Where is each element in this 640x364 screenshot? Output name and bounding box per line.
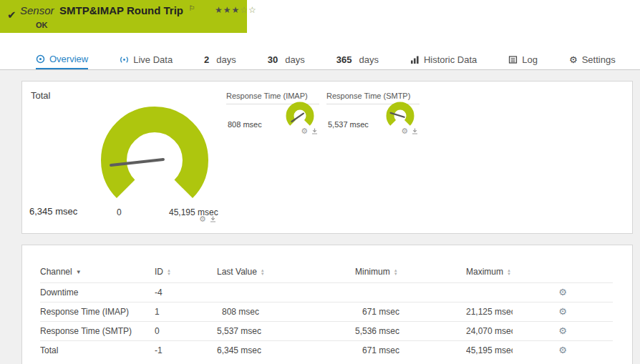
spacer [269,282,355,302]
prtg-sensor-page: ✔ Sensor SMTP&IMAP Round Trip ⚐ ★★★☆☆ OK… [0,0,640,364]
channel-last-value [217,282,269,302]
spacer [402,340,466,360]
channel-maximum: 21,125 msec [466,302,513,321]
sensor-status-band: ✔ Sensor SMTP&IMAP Round Trip ⚐ ★★★☆☆ OK [0,0,247,33]
sensor-type-label: Sensor [20,4,54,16]
spacer [269,302,355,321]
column-label: Channel [40,267,72,277]
tab-label: Historic Data [424,54,477,65]
spacer [402,261,466,282]
channel-actions: ⚙ [513,302,613,321]
total-gauge [94,99,215,221]
column-header-id[interactable]: ID▲▼ [155,261,217,282]
table-header-row: Channel▼ ID▲▼ Last Value▲▼ Minimum▲▼ [40,261,613,282]
status-check-icon: ✔ [7,9,16,21]
channel-settings-icon[interactable]: ⚙ [558,287,567,297]
settings-gear-icon: ⚙ [569,55,578,64]
column-label: Maximum [466,267,503,277]
channel-maximum: 45,195 msec [466,340,513,360]
channel-minimum [355,282,402,302]
tab-number: 2 [204,54,209,65]
smtp-gauge-value: 5,537 msec [328,120,369,129]
spacer [269,340,355,360]
overview-icon [36,54,45,64]
download-icon[interactable] [412,128,418,134]
total-gauge-actions: ⚙ [199,215,216,223]
gear-icon[interactable]: ⚙ [301,127,308,135]
historic-data-icon [410,55,420,64]
column-header-last-value[interactable]: Last Value▲▼ [217,261,269,282]
tab-number: 365 [336,54,352,65]
tab-label: days [285,54,304,65]
sort-desc-icon[interactable]: ▼ [76,269,82,275]
column-label: Last Value [217,267,257,277]
imap-gauge-value: 808 msec [228,120,262,129]
column-label: Minimum [355,267,390,277]
channel-actions: ⚙ [513,282,613,302]
channel-settings-icon[interactable]: ⚙ [558,306,567,317]
spacer [402,302,466,321]
live-data-icon [120,55,129,64]
download-icon[interactable] [210,216,216,222]
imap-gauge-actions: ⚙ [301,127,318,135]
channel-last-value: 5,537 msec [217,321,269,340]
column-header-channel[interactable]: Channel▼ [40,261,155,282]
sort-icon[interactable]: ▲▼ [261,269,265,276]
channel-name: Total [40,340,155,360]
channel-actions: ⚙ [513,340,613,360]
stars-filled: ★★★ [215,5,240,15]
tab-label: days [216,54,236,65]
sensor-status-text: OK [36,21,48,29]
column-header-actions [513,261,613,282]
channel-last-value: 808 msec [217,302,269,321]
download-icon[interactable] [311,128,318,134]
log-icon [508,55,518,64]
gear-icon[interactable]: ⚙ [199,215,206,223]
tab-label: Settings [582,54,616,65]
sensor-name: SMTP&IMAP Round Trip [59,4,183,16]
table-row: Total -1 6,345 msec 671 msec 45,195 msec… [40,340,613,360]
tab-2-days[interactable]: 2 days [204,50,236,69]
sort-icon[interactable]: ▲▼ [167,269,171,276]
channel-minimum: 671 msec [355,302,402,321]
tab-label: Log [522,54,538,65]
flag-icon[interactable]: ⚐ [189,4,195,12]
table-row: Response Time (IMAP) 1 808 msec 671 msec… [40,302,613,321]
column-header-maximum[interactable]: Maximum▲▼ [466,261,513,282]
tab-30-days[interactable]: 30 days [268,50,305,69]
column-label: ID [155,267,163,277]
channel-name: Response Time (IMAP) [40,302,155,321]
sensor-header: ✔ Sensor SMTP&IMAP Round Trip ⚐ ★★★☆☆ OK [0,0,640,50]
spacer [269,321,355,340]
gauges-panel: Total 6,345 msec 0 45,195 msec ⚙ Respons… [21,81,633,234]
tab-number: 30 [268,54,278,65]
table-row: Response Time (SMTP) 0 5,537 msec 5,536 … [40,321,613,340]
tab-log[interactable]: Log [508,50,538,69]
sort-icon[interactable]: ▲▼ [507,269,511,276]
priority-stars[interactable]: ★★★☆☆ [215,5,257,15]
channel-settings-icon[interactable]: ⚙ [558,325,567,336]
gear-icon[interactable]: ⚙ [401,127,408,135]
spacer [269,261,355,282]
total-gauge-value: 6,345 msec [29,206,77,217]
tab-settings[interactable]: ⚙ Settings [569,50,616,69]
sort-icon[interactable]: ▲▼ [394,269,398,276]
sensor-title-row: Sensor SMTP&IMAP Round Trip ⚐ [20,4,195,17]
column-header-minimum[interactable]: Minimum▲▼ [355,261,402,282]
tab-label: days [359,54,378,65]
imap-gauge-panel: Response Time (IMAP) 808 msec ⚙ [226,92,319,142]
channel-last-value: 6,345 msec [217,340,269,360]
table-row: Downtime -4 ⚙ [40,282,613,302]
spacer [402,321,466,340]
tab-live-data[interactable]: Live Data [120,50,173,69]
channel-actions: ⚙ [513,321,613,340]
tab-label: Live Data [133,54,173,65]
channel-name: Downtime [40,282,155,302]
smtp-gauge-actions: ⚙ [401,127,418,135]
tab-overview[interactable]: Overview [36,50,88,70]
tab-historic-data[interactable]: Historic Data [410,50,477,69]
channel-id: 0 [155,321,217,340]
channel-id: -1 [155,340,217,360]
channel-settings-icon[interactable]: ⚙ [558,345,567,355]
tab-365-days[interactable]: 365 days [336,50,379,69]
